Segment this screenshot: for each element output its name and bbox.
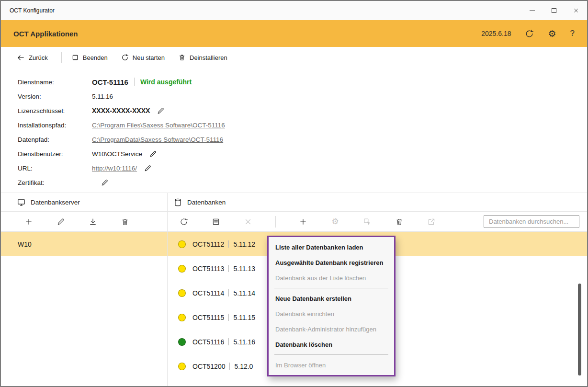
plus-icon	[24, 217, 33, 226]
trash-icon	[121, 217, 129, 226]
status-dot	[178, 314, 186, 321]
load-database-list-button[interactable]	[211, 217, 221, 227]
help-icon: ?	[570, 29, 575, 38]
maximize-icon	[552, 8, 556, 13]
page-title: OCT Applikationen	[13, 30, 78, 38]
panels: Datenbankserver Datenbanken	[1, 193, 587, 386]
deinstallieren-label: Deinstallieren	[190, 54, 227, 61]
database-version: 5.11.13	[233, 265, 255, 273]
edit-certificate-button[interactable]	[101, 179, 109, 187]
search-input[interactable]	[484, 215, 579, 228]
name-version-divider	[228, 289, 229, 296]
app-window: OCT Konfigurator OCT Applikationen 2025.…	[0, 0, 588, 387]
header-actions: 2025.6.18 ⚙ ?	[481, 29, 575, 38]
neu-starten-label: Neu starten	[133, 54, 165, 61]
select-icon	[363, 217, 372, 226]
edit-url-button[interactable]	[144, 164, 152, 172]
status-dot	[178, 289, 186, 297]
database-version: 5.11.14	[233, 289, 255, 297]
title-bar: OCT Konfigurator	[1, 1, 587, 20]
status-dot	[178, 240, 186, 248]
neu-starten-button[interactable]: Neu starten	[121, 54, 165, 61]
menu-item-create-database[interactable]: Neue Datenbank erstellen	[269, 291, 394, 306]
add-server-button[interactable]	[24, 217, 34, 227]
install-path-link[interactable]: C:\Program Files\Saxess Software\OCT-511…	[92, 122, 225, 129]
database-list: OCT51112 5.11.12 OCT51113 5.11.13 OCT511…	[168, 232, 587, 386]
detail-row-url: URL: http://w10:1116/	[18, 161, 587, 175]
server-row[interactable]: W10	[1, 232, 167, 256]
server-list: W10	[1, 232, 168, 386]
delete-database-button[interactable]	[395, 217, 404, 227]
select-database-button	[362, 217, 372, 227]
add-database-button[interactable]	[298, 217, 308, 227]
scrollbar-thumb[interactable]	[578, 284, 581, 376]
database-name: OCT51115	[192, 314, 224, 321]
server-name: W10	[18, 240, 32, 248]
beenden-label: Beenden	[83, 54, 108, 61]
service-name: OCT-51116	[92, 78, 128, 86]
refresh-icon	[525, 29, 534, 38]
back-arrow-icon	[17, 54, 25, 62]
database-name: OCT51113	[192, 265, 224, 273]
menu-item-register-selected-database[interactable]: Ausgewählte Datenbank registrieren	[269, 255, 394, 270]
close-button[interactable]	[565, 1, 587, 20]
name-version-divider	[228, 314, 229, 321]
import-server-button[interactable]	[88, 217, 98, 227]
list-icon	[212, 217, 220, 226]
setup-database-button: ⚙	[330, 217, 340, 227]
data-path-link[interactable]: C:\ProgramData\Saxess Software\OCT-51116	[92, 136, 223, 143]
edit-license-button[interactable]	[157, 107, 165, 115]
name-version-divider	[229, 363, 230, 370]
service-url-link[interactable]: http://w10:1116/	[92, 165, 137, 172]
pencil-icon	[101, 179, 109, 187]
detail-label: Installationspfad:	[18, 122, 92, 129]
menu-item-delete-from-list: Datenbank aus der Liste löschen	[269, 270, 394, 285]
status-badge: Wird ausgeführt	[140, 78, 192, 86]
app-header: OCT Applikationen 2025.6.18 ⚙ ?	[1, 20, 587, 47]
name-version-divider	[228, 338, 229, 345]
refresh-button[interactable]	[525, 29, 534, 38]
trash-icon	[178, 54, 186, 61]
detail-label: Dienstbenutzer:	[18, 150, 92, 158]
name-version-divider	[228, 240, 229, 248]
delete-server-button[interactable]	[120, 217, 130, 227]
maximize-button[interactable]	[543, 1, 565, 20]
minimize-button[interactable]	[521, 1, 543, 20]
edit-server-button[interactable]	[56, 217, 66, 227]
menu-item-add-database-admin: Datenbank-Administrator hinzufügen	[269, 321, 394, 337]
reload-databases-button[interactable]	[179, 217, 189, 227]
restart-icon	[121, 54, 129, 61]
deinstallieren-button[interactable]: Deinstallieren	[178, 54, 227, 61]
database-panel-title: Datenbanken	[187, 199, 226, 206]
edit-service-user-button[interactable]	[149, 150, 157, 158]
menu-separator	[274, 354, 388, 355]
back-button[interactable]: Zurück	[17, 54, 48, 62]
open-in-browser-button	[427, 217, 436, 227]
version-date: 2025.6.18	[481, 30, 511, 37]
menu-item-load-all-databases[interactable]: Liste aller Datenbanken laden	[269, 239, 394, 255]
database-name: OCT51200	[192, 363, 225, 370]
database-version: 5.11.16	[233, 338, 255, 346]
settings-button[interactable]: ⚙	[548, 29, 556, 38]
menu-item-open-in-browser: Im Browser öffnen	[269, 357, 394, 373]
detail-label: Datenpfad:	[18, 136, 92, 143]
server-icon	[17, 198, 26, 207]
database-version: 5.11.15	[233, 314, 255, 321]
help-button[interactable]: ?	[570, 29, 575, 38]
detail-label: Version:	[18, 93, 92, 100]
beenden-button[interactable]: Beenden	[71, 54, 108, 61]
refresh-icon	[180, 217, 188, 226]
database-version: 5.12.0	[234, 363, 253, 370]
version-value: 5.11.16	[92, 93, 113, 100]
menu-item-delete-database[interactable]: Datenbank löschen	[269, 337, 394, 352]
service-user-value: W10\OCTService	[92, 150, 142, 158]
database-panel-header: Datenbanken	[168, 193, 587, 211]
share-icon	[427, 217, 436, 226]
gear-icon: ⚙	[331, 217, 339, 226]
detail-row-lizenzschluessel: Lizenzschlüssel: XXXX-XXXX-XXXX	[18, 103, 587, 118]
menu-item-setup-database: Datenbank einrichten	[269, 306, 394, 321]
stop-icon	[71, 54, 79, 61]
database-name: OCT51112	[192, 240, 224, 248]
detail-label: Dienstname:	[18, 79, 92, 86]
database-version: 5.11.12	[233, 240, 255, 248]
